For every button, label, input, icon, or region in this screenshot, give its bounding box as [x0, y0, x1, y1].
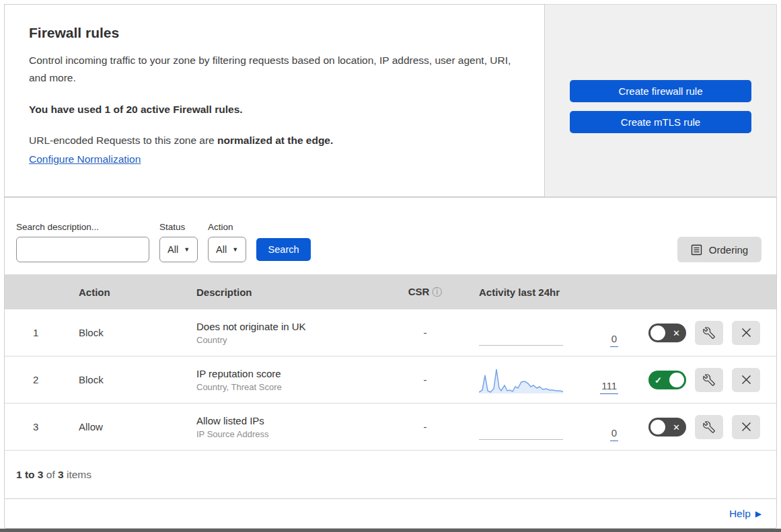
- status-dropdown-value: All: [168, 244, 178, 255]
- rule-controls: ✓ ✕: [630, 368, 776, 392]
- arrow-right-icon: ▶: [755, 509, 761, 519]
- usage-text: You have used 1 of 20 active Firewall ru…: [29, 104, 517, 116]
- wrench-icon: [703, 374, 715, 386]
- toggle-knob: [650, 420, 665, 434]
- rule-priority: 1: [5, 327, 65, 338]
- edit-rule-button[interactable]: [695, 321, 723, 345]
- rule-description-cell: IP reputation score Country, Threat Scor…: [183, 368, 385, 392]
- edit-rule-button[interactable]: [695, 415, 723, 439]
- table-row: 3 Allow Allow listed IPs IP Source Addre…: [5, 404, 776, 451]
- rule-description: Does not originate in UK: [196, 321, 385, 332]
- page-description: Control incoming traffic to your zone by…: [29, 52, 517, 86]
- rule-action: Block: [65, 327, 183, 338]
- ordering-list-icon: [691, 244, 702, 256]
- wrench-icon: [703, 421, 715, 433]
- rule-description: Allow listed IPs: [196, 415, 385, 426]
- x-icon: ✕: [673, 422, 680, 431]
- delete-rule-button[interactable]: [732, 321, 760, 345]
- rule-controls: ✓ ✕: [630, 415, 776, 439]
- rule-enable-toggle[interactable]: ✓ ✕: [648, 418, 686, 436]
- rules-panel: Search description... Status All ▼: [4, 197, 777, 499]
- actions-panel: Create firewall rule Create mTLS rule: [545, 4, 777, 197]
- wrench-icon: [703, 327, 715, 339]
- create-mtls-rule-button[interactable]: Create mTLS rule: [570, 111, 751, 133]
- activity-sparkline: [479, 366, 563, 394]
- activity-sparkline-flat: [479, 439, 563, 440]
- chevron-down-icon: ▼: [184, 246, 190, 253]
- ordering-button-label: Ordering: [709, 244, 748, 256]
- activity-count-link[interactable]: 0: [610, 333, 618, 347]
- rule-csr: -: [385, 327, 466, 338]
- help-link[interactable]: Help: [729, 508, 751, 520]
- rule-enable-toggle[interactable]: ✓ ✕: [648, 324, 686, 342]
- normalization-text: URL-encoded Requests to this zone are no…: [29, 135, 517, 147]
- firewall-rules-page: Firewall rules Control incoming traffic …: [0, 0, 781, 532]
- search-button[interactable]: Search: [256, 238, 311, 261]
- configure-normalization-link[interactable]: Configure Normalization: [29, 153, 141, 165]
- activity-sparkline-flat: [479, 345, 563, 346]
- toggle-knob: [669, 373, 684, 387]
- check-icon: ✓: [655, 375, 662, 384]
- help-bar: Help ▶: [4, 499, 777, 529]
- toggle-knob: [650, 326, 665, 340]
- rule-fields: IP Source Address: [196, 429, 385, 439]
- x-icon: ✕: [673, 328, 680, 337]
- rule-priority: 3: [5, 421, 65, 432]
- action-filter-group: Action All ▼: [208, 222, 246, 262]
- ordering-button[interactable]: Ordering: [677, 237, 761, 262]
- top-section: Firewall rules Control incoming traffic …: [4, 4, 777, 197]
- action-dropdown-value: All: [216, 244, 227, 255]
- rule-fields: Country, Threat Score: [196, 382, 385, 392]
- page-title: Firewall rules: [29, 25, 517, 41]
- rule-description-cell: Does not originate in UK Country: [183, 321, 385, 345]
- action-dropdown[interactable]: All ▼: [208, 237, 246, 262]
- create-firewall-rule-button[interactable]: Create firewall rule: [570, 80, 751, 102]
- close-icon: [741, 422, 751, 432]
- rule-activity-cell: 111: [466, 356, 630, 403]
- delete-rule-button[interactable]: [732, 368, 760, 392]
- pagination-summary: 1 to 3 of 3 items: [5, 451, 776, 498]
- column-description: Description: [183, 287, 385, 298]
- rule-priority: 2: [5, 374, 65, 385]
- activity-count-link[interactable]: 0: [610, 427, 618, 441]
- filter-bar: Search description... Status All ▼: [5, 198, 776, 274]
- edit-rule-button[interactable]: [695, 368, 723, 392]
- delete-rule-button[interactable]: [732, 415, 760, 439]
- rule-enable-toggle[interactable]: ✓ ✕: [648, 371, 686, 389]
- intro-card: Firewall rules Control incoming traffic …: [4, 4, 545, 197]
- rule-activity-cell: 0: [466, 309, 630, 356]
- status-label: Status: [159, 222, 198, 232]
- table-header: Action Description CSRⓘ Activity last 24…: [5, 274, 776, 309]
- rule-fields: Country: [196, 335, 385, 345]
- close-icon: [741, 328, 751, 338]
- table-row: 1 Block Does not originate in UK Country…: [5, 309, 776, 356]
- rule-activity-cell: 0: [466, 404, 630, 450]
- search-group: Search description...: [16, 222, 149, 262]
- close-icon: [741, 375, 751, 385]
- chevron-down-icon: ▼: [232, 246, 238, 253]
- rule-action: Allow: [65, 421, 183, 432]
- rule-action: Block: [65, 374, 183, 385]
- bottom-edge-strip: [0, 529, 781, 532]
- search-input-wrapper: [16, 237, 149, 262]
- rule-csr: -: [385, 374, 466, 385]
- search-input[interactable]: [29, 244, 151, 255]
- status-filter-group: Status All ▼: [159, 222, 198, 262]
- column-action: Action: [65, 287, 183, 298]
- search-label: Search description...: [16, 222, 149, 232]
- status-dropdown[interactable]: All ▼: [159, 237, 198, 262]
- rule-csr: -: [385, 421, 466, 432]
- info-icon[interactable]: ⓘ: [432, 286, 442, 297]
- action-label: Action: [208, 222, 246, 232]
- activity-count-link[interactable]: 111: [600, 380, 618, 394]
- column-csr: CSRⓘ: [385, 286, 466, 299]
- table-row: 2 Block IP reputation score Country, Thr…: [5, 356, 776, 404]
- rule-description: IP reputation score: [196, 368, 385, 379]
- rule-description-cell: Allow listed IPs IP Source Address: [183, 415, 385, 439]
- column-activity: Activity last 24hr: [466, 287, 630, 298]
- rule-controls: ✓ ✕: [630, 321, 776, 345]
